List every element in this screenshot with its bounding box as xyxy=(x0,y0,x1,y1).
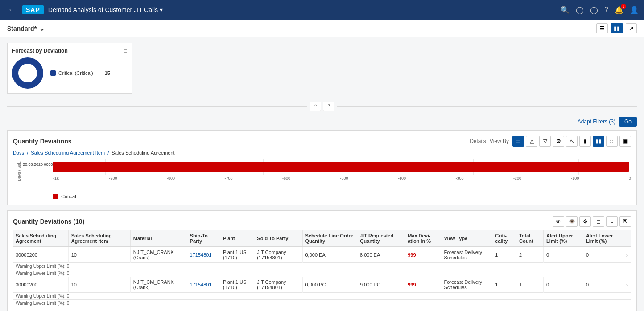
col-ship-to: Ship-To Party xyxy=(187,230,220,247)
warning-upper-1: Warning Upper Limit (%): 0 xyxy=(13,263,631,270)
cell-max-dev-1: 999 xyxy=(405,247,441,263)
chart-legend-critical-label: Critical xyxy=(61,194,76,199)
view-by-label: View By xyxy=(490,138,509,144)
column-chart-icon-btn[interactable]: ∷ xyxy=(606,136,618,147)
help-icon[interactable]: ? xyxy=(604,6,608,14)
chart-section-title: Quantity Deviations xyxy=(13,138,71,145)
table-show-icon-btn[interactable]: 👁 xyxy=(553,216,564,227)
export-button[interactable]: ↗ xyxy=(626,23,637,33)
col-alert-lower: Alert Lower Limit (%) xyxy=(583,230,623,247)
adapt-filters-link[interactable]: Adapt Filters (3) xyxy=(578,119,615,125)
col-max-dev: Max Devi­ation in % xyxy=(405,230,441,247)
table-row: 30000200 10 NJIT_CM_CRANK (Crank) 171548… xyxy=(13,277,631,293)
donut-chart xyxy=(12,57,43,89)
table-settings-icon-btn[interactable]: ⚙ xyxy=(579,216,591,227)
col-ssa: Sales Scheduling Agreement xyxy=(13,230,68,247)
forecast-expand-icon[interactable]: □ xyxy=(124,48,127,54)
warning-row-2b: Warning Lower Limit (%): 0 xyxy=(13,300,631,307)
chart-legend-critical-dot xyxy=(53,194,58,199)
legend-critical-label: Critical (Critical) xyxy=(58,70,93,76)
cell-plant-1: Plant 1 US (1710) xyxy=(220,247,254,263)
axis-label-100: -100 xyxy=(571,176,579,180)
cell-view-type-1: Forecast Delivery Schedules xyxy=(441,247,492,263)
warning-lower-2: Warning Lower Limit (%): 0 xyxy=(13,300,631,307)
breadcrumb-days[interactable]: Days xyxy=(13,150,24,156)
warning-row-1b: Warning Lower Limit (%): 0 xyxy=(13,270,631,277)
x-axis-labels: -1K -900 -800 -700 -600 -500 -400 -300 -… xyxy=(53,175,631,181)
zoom-in-icon-btn[interactable]: △ xyxy=(526,136,537,147)
zoom-out-icon-btn[interactable]: ▽ xyxy=(539,136,551,147)
cell-material-1: NJIT_CM_CRANK (Crank) xyxy=(130,247,187,263)
warning-upper-2: Warning Upper Limit (%): 0 xyxy=(13,293,631,300)
table-expand-icon-btn[interactable]: ⇱ xyxy=(619,216,631,227)
axis-label-500: -500 xyxy=(340,176,348,180)
view-title: Standard* ⌄ xyxy=(7,25,45,32)
cell-alert-upper-1: 0 xyxy=(543,247,583,263)
col-schedule-qty: Schedule Line Order Quantity xyxy=(302,230,357,247)
axis-label-400: -400 xyxy=(398,176,406,180)
table-copy-icon-btn[interactable]: ◻ xyxy=(593,216,604,227)
chart-view-button[interactable]: ▮▮ xyxy=(611,23,623,33)
divider-buttons: ⇧ ⌝ xyxy=(310,102,334,111)
chart-section-header: Quantity Deviations Details View By ☰ △ … xyxy=(13,136,631,147)
notification-badge: 1 xyxy=(621,4,626,9)
axis-label-600: -600 xyxy=(282,176,290,180)
grid-chart-icon-btn[interactable]: ▣ xyxy=(619,136,631,147)
col-total-count: Total Count xyxy=(516,230,543,247)
row-expand-arrow-2[interactable]: › xyxy=(623,277,631,293)
forecast-card: Forecast by Deviation □ Critical (Critic… xyxy=(7,43,132,94)
cell-ship-to-2[interactable]: 17154801 xyxy=(187,277,220,293)
axis-label-1k: -1K xyxy=(53,176,59,180)
warning-lower-1: Warning Lower Limit (%): 0 xyxy=(13,270,631,277)
go-button[interactable]: Go xyxy=(619,117,637,127)
search-icon[interactable]: 🔍 xyxy=(561,6,570,14)
cell-ship-to-1[interactable]: 17154801 xyxy=(187,247,220,263)
user-icon[interactable]: 👤 xyxy=(630,6,639,14)
row-expand-arrow-1[interactable]: › xyxy=(623,247,631,263)
bar-chart-container: Days / Sal... 20.08.2020 000010 30000202 xyxy=(13,159,631,192)
sub-header: Standard* ⌄ ☰ ▮▮ ↗ xyxy=(0,20,644,37)
cell-jit-qty-2: 9,000 PC xyxy=(357,277,405,293)
table-chevron-icon-btn[interactable]: ⌄ xyxy=(606,216,618,227)
view-chevron-icon[interactable]: ⌄ xyxy=(39,25,45,32)
cell-criticality-1: 1 xyxy=(492,247,516,263)
breadcrumb-ssa-item[interactable]: Sales Scheduling Agreement Item xyxy=(31,150,105,156)
col-criticality: Criti­cality xyxy=(492,230,516,247)
col-expand xyxy=(623,230,631,247)
forecast-card-body: Critical (Critical) 15 xyxy=(12,57,127,89)
back-button[interactable]: ← xyxy=(5,4,18,16)
top-navigation: ← SAP Demand Analysis of Customer JIT Ca… xyxy=(0,0,644,20)
forecast-card-header: Forecast by Deviation □ xyxy=(12,48,127,54)
quantity-deviations-table: Sales Scheduling Agreement Sales Schedul… xyxy=(13,230,631,307)
divider-right xyxy=(337,106,637,107)
cell-alert-lower-2: 0 xyxy=(583,277,623,293)
divider-left xyxy=(7,106,307,107)
legend-critical-count: 15 xyxy=(105,70,110,76)
notifications-icon[interactable]: 🔔 1 xyxy=(615,6,623,14)
quantity-deviations-table-section: Quantity Deviations (10) 👁 👁️ ⚙ ◻ ⌄ ⇱ Sa… xyxy=(7,210,637,311)
critical-bar xyxy=(53,162,629,172)
chart-bar-area xyxy=(53,159,631,175)
settings-chart-icon-btn[interactable]: ⚙ xyxy=(553,136,564,147)
bar-chart-icon-btn[interactable]: ▮▮ xyxy=(593,136,604,147)
messages-icon[interactable]: ◯ xyxy=(590,6,598,14)
table-view-button[interactable]: ☰ xyxy=(596,23,608,33)
axis-label-900: -900 xyxy=(109,176,117,180)
col-jit-qty: JIT Requested Quantity xyxy=(357,230,405,247)
export-chart-icon-btn[interactable]: ▮ xyxy=(579,136,591,147)
collapse-icon-button[interactable]: ⌝ xyxy=(323,102,334,111)
axis-label-200: -200 xyxy=(513,176,521,180)
breadcrumb-ssa: Sales Scheduling Agreement xyxy=(111,150,174,156)
forecast-card-title: Forecast by Deviation xyxy=(12,48,68,54)
view-icons: ☰ ▮▮ ↗ xyxy=(596,23,637,33)
list-view-icon-btn[interactable]: ☰ xyxy=(512,136,524,147)
col-ssa-item: Sales Scheduling Agreement Item xyxy=(68,230,130,247)
settings-icon[interactable]: ◯ xyxy=(576,6,584,14)
cell-material-2: NJIT_CM_CRANK (Crank) xyxy=(130,277,187,293)
col-sold-to: Sold To Party xyxy=(254,230,302,247)
cell-criticality-2: 1 xyxy=(492,277,516,293)
table-eye-icon-btn[interactable]: 👁️ xyxy=(566,216,578,227)
expand-chart-icon-btn[interactable]: ⇱ xyxy=(566,136,578,147)
collapse-up-button[interactable]: ⇧ xyxy=(310,102,321,111)
axis-label-800: -800 xyxy=(167,176,175,180)
